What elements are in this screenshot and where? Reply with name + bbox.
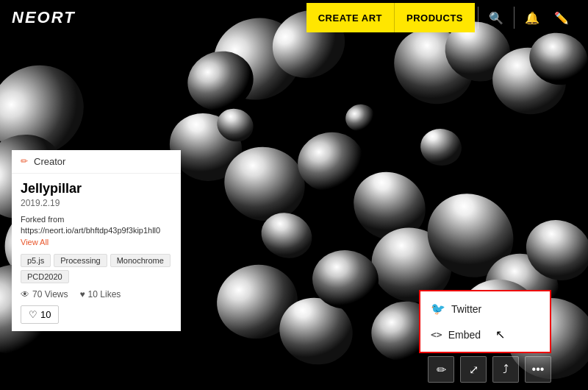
like-heart-icon: ♡ bbox=[29, 309, 37, 320]
tag-monochrome[interactable]: Monochrome bbox=[110, 254, 171, 267]
creator-card: ✏ Creator Jellypillar 2019.2.19 Forked f… bbox=[12, 150, 181, 331]
fork-view-all-link[interactable]: View All bbox=[21, 238, 49, 247]
stats-row: 👁 70 Views ♥ 10 Likes bbox=[21, 289, 172, 299]
heart-icon: ♥ bbox=[79, 289, 85, 299]
draw-icon: ✏ bbox=[437, 363, 446, 377]
like-button-area: ♡ 10 bbox=[21, 305, 172, 324]
share-panel: 🐦 Twitter <> Embed ↖ bbox=[419, 290, 551, 353]
likes-stat: ♥ 10 Likes bbox=[79, 289, 121, 299]
creator-pencil-icon: ✏ bbox=[21, 156, 28, 166]
eye-icon: 👁 bbox=[21, 289, 29, 299]
expand-tool-button[interactable]: ⤢ bbox=[460, 356, 487, 383]
search-icon: 🔍 bbox=[489, 11, 503, 25]
more-tool-button[interactable]: ••• bbox=[525, 356, 551, 383]
nav-divider-2 bbox=[514, 7, 514, 29]
tag-p5js[interactable]: p5.js bbox=[21, 254, 51, 267]
logo: NEORT bbox=[12, 8, 76, 27]
embed-share-label: Embed bbox=[448, 329, 481, 341]
draw-tool-button[interactable]: ✏ bbox=[428, 356, 454, 383]
like-button-count: 10 bbox=[40, 309, 51, 320]
notification-button[interactable]: 🔔 bbox=[517, 3, 547, 32]
fork-text: Forked from https://neort.io/art/bhftdp4… bbox=[21, 215, 160, 235]
products-button[interactable]: PRODUCTS bbox=[395, 3, 475, 32]
create-art-button[interactable]: CREATE ART bbox=[306, 3, 395, 32]
artwork-date: 2019.2.19 bbox=[21, 198, 172, 208]
search-button[interactable]: 🔍 bbox=[481, 3, 511, 32]
tag-pcd2020[interactable]: PCD2020 bbox=[21, 270, 69, 283]
expand-icon: ⤢ bbox=[469, 363, 478, 377]
likes-count: 10 Likes bbox=[88, 289, 121, 299]
like-button[interactable]: ♡ 10 bbox=[21, 305, 59, 324]
bottom-toolbar: ✏ ⤢ ⤴ ••• bbox=[428, 356, 551, 383]
bell-icon: 🔔 bbox=[525, 11, 539, 25]
header: NEORT CREATE ART PRODUCTS 🔍 🔔 ✏️ bbox=[0, 0, 588, 35]
views-count: 70 Views bbox=[32, 289, 68, 299]
artwork-title: Jellypillar bbox=[21, 181, 172, 196]
cursor-arrow-icon: ↖ bbox=[495, 327, 505, 341]
tags-container: p5.js Processing Monochrome PCD2020 bbox=[21, 254, 172, 283]
creator-card-header: ✏ Creator bbox=[12, 150, 181, 174]
share-tool-button[interactable]: ⤴ bbox=[492, 356, 519, 383]
embed-code-icon: <> bbox=[431, 329, 442, 340]
twitter-icon: 🐦 bbox=[431, 302, 445, 316]
fork-info: Forked from https://neort.io/art/bhftdp4… bbox=[21, 214, 172, 248]
tag-processing[interactable]: Processing bbox=[54, 254, 107, 267]
embed-share-item[interactable]: <> Embed ↖ bbox=[420, 322, 550, 347]
pencil-icon: ✏️ bbox=[554, 11, 569, 25]
twitter-share-item[interactable]: 🐦 Twitter bbox=[420, 296, 550, 322]
share-icon: ⤴ bbox=[503, 363, 509, 376]
creator-section-label: Creator bbox=[34, 156, 65, 167]
nav-right: CREATE ART PRODUCTS 🔍 🔔 ✏️ bbox=[306, 3, 576, 32]
creator-card-body: Jellypillar 2019.2.19 Forked from https:… bbox=[12, 174, 181, 331]
views-stat: 👁 70 Views bbox=[21, 289, 68, 299]
nav-divider bbox=[478, 7, 478, 29]
more-icon: ••• bbox=[532, 363, 545, 376]
twitter-share-label: Twitter bbox=[451, 303, 481, 315]
edit-button[interactable]: ✏️ bbox=[547, 3, 576, 32]
